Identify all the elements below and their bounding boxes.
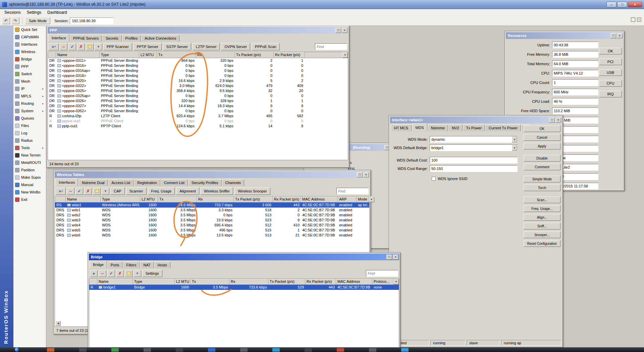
wds-mode-select[interactable]: dynamic ▼ [430,136,518,143]
sidebar-item[interactable]: Manual [13,181,46,188]
sidebar-item[interactable]: MPLS ▸ [13,92,46,100]
resources-button[interactable]: CPU [599,80,622,87]
sidebar-item[interactable]: Make Supout.rif [13,174,46,181]
tab[interactable]: Registration [134,179,160,186]
sidebar-item[interactable]: New WinBox [13,188,46,196]
table-row[interactable]: DR <pppoe-0352> PPPoE Server Binding 0 b… [48,108,348,114]
tab[interactable]: Connect List [161,179,188,186]
tab[interactable]: Security Profiles [188,179,221,186]
tab[interactable]: Interface [48,34,69,42]
dialog-button[interactable]: Comment [524,164,560,170]
sidebar-item[interactable]: Log [13,129,46,137]
sidebar-item[interactable]: New Terminal [13,151,46,159]
wireless-table-header[interactable]: NameTypeL2 MTUTxRxTx Packet (p/s)Rx Pack… [55,196,370,202]
dialog-button[interactable]: Disable [524,155,560,162]
action-button[interactable]: Wireless Snooper [234,187,270,195]
dialog-button[interactable]: Snooper... [524,231,560,238]
bridge-window-titlebar[interactable]: Bridge □ × [89,254,399,260]
tab[interactable]: Channels [222,179,244,186]
sidebar-item[interactable]: Switch [13,70,46,78]
filter-button[interactable]: ▼ [133,270,141,277]
table-row[interactable]: DR <pppoe-0316> PPPoE Server Binding 0 b… [48,63,348,68]
tab[interactable]: Filters [123,262,140,268]
find-input[interactable] [336,188,369,194]
column-header[interactable]: ARP [338,196,357,202]
action-button[interactable]: Scanner [126,187,147,195]
table-row[interactable]: DR <pppoe-0325> PPPoE Server Binding 358… [48,88,348,93]
add-button[interactable]: + [90,270,98,277]
column-header[interactable]: Type [100,52,139,58]
column-header[interactable]: Type [101,196,140,202]
sidebar-item[interactable]: Partition [13,166,46,174]
close-icon[interactable]: × [555,118,561,123]
close-icon[interactable]: × [342,28,347,33]
enable-button[interactable]: ✓ [75,188,83,195]
tab[interactable]: HT MCS [391,125,412,131]
tab[interactable]: Nstreme [428,125,448,131]
column-header[interactable]: Tx Packet (p/s) [235,52,274,58]
resources-button[interactable]: PCI [599,58,622,65]
maximize-icon[interactable]: □ [610,33,616,38]
hide-passwords-icon[interactable] [637,17,641,22]
column-header[interactable]: L2 MTU [139,52,157,58]
dialog-button[interactable]: Reset Configuration [524,240,560,247]
column-header[interactable]: L2 MTU [140,196,158,202]
action-button[interactable]: PPPoE Scan [252,43,280,50]
column-header[interactable]: Rx Packet (p/s) [274,52,305,58]
menu-item[interactable]: Settings [24,9,44,15]
filter-button[interactable]: ▼ [95,43,102,50]
action-button[interactable]: PPP Scanner [103,43,132,50]
table-row[interactable]: DRS wds1 WDS 1600 3.5 Mbps 3.3 kbps 518 … [55,208,369,213]
tab[interactable]: Tx Power [463,125,485,131]
maximize-button[interactable]: □ [617,2,627,7]
resources-button[interactable]: USB [599,69,622,76]
tab[interactable]: Hosts [154,262,170,268]
menu-item[interactable]: Dashboard [44,9,70,15]
maximize-icon[interactable]: □ [549,118,555,123]
action-button[interactable]: Freq. Usage [148,187,175,195]
maximize-icon[interactable]: □ [386,255,392,260]
find-input[interactable] [315,43,347,50]
column-header[interactable]: Tx [191,279,229,284]
table-row[interactable]: X pppoe-out1 PPPoE Client 0 bps 0 bps 0 … [48,119,348,124]
comment-button[interactable] [93,188,101,195]
enable-button[interactable]: ✓ [107,270,115,277]
action-button[interactable]: Alignment [176,187,199,195]
start-button[interactable] [15,348,19,352]
remove-button[interactable]: − [60,43,67,50]
column-header[interactable]: Mode [357,196,369,202]
action-button[interactable]: L2TP Server [193,43,220,50]
taskbar-app-icon[interactable] [401,348,409,352]
sidebar-item[interactable]: Files [13,122,46,129]
column-select-button[interactable]: ▼ [369,196,374,202]
disable-button[interactable]: ✗ [84,188,92,195]
tab[interactable]: Current Tx Power [485,125,521,131]
tab[interactable]: Profiles [122,35,141,42]
tab[interactable]: Bridge [90,261,107,268]
column-header[interactable]: MAC Address [336,279,372,284]
taskbar-app-icon[interactable] [144,348,151,352]
sidebar-item[interactable]: IP ▸ [13,85,46,92]
tab[interactable]: Interfaces [55,178,78,186]
table-row[interactable]: RS wlan1 Wireless (Atheros AR9... 1600 2… [55,203,369,208]
dialog-button[interactable]: Scan... [524,196,560,203]
dialog-button[interactable]: Sniff... [524,223,560,229]
taskbar-app-icon[interactable] [272,348,280,352]
comment-button[interactable] [125,270,132,277]
dialog-button[interactable]: Apply [524,143,560,149]
dialog-button[interactable]: Freq. Usage... [524,205,560,212]
add-button[interactable]: +▾ [56,188,66,195]
sidebar-item[interactable]: Quick Set [13,26,46,33]
wds-cost-range-field[interactable]: 50-150 [430,165,518,172]
taskbar-app-icon[interactable] [240,348,248,352]
table-row[interactable]: DR <pppoe-0318> PPPoE Server Binding 0 b… [48,73,348,78]
table-row[interactable]: DRS wds4 WDS 1600 3.5 Mbps 696.4 kbps 51… [55,223,369,228]
close-button[interactable]: × [628,2,642,7]
sidebar-item[interactable]: Interfaces [13,41,46,48]
forward-icon[interactable]: ↷ [11,17,19,24]
chevron-down-icon[interactable]: ▼ [512,145,517,151]
dialog-button[interactable]: Align... [524,214,560,221]
settings-button[interactable]: Settings [142,270,162,277]
tab[interactable]: NAT [140,262,154,268]
close-icon[interactable]: × [393,255,398,260]
